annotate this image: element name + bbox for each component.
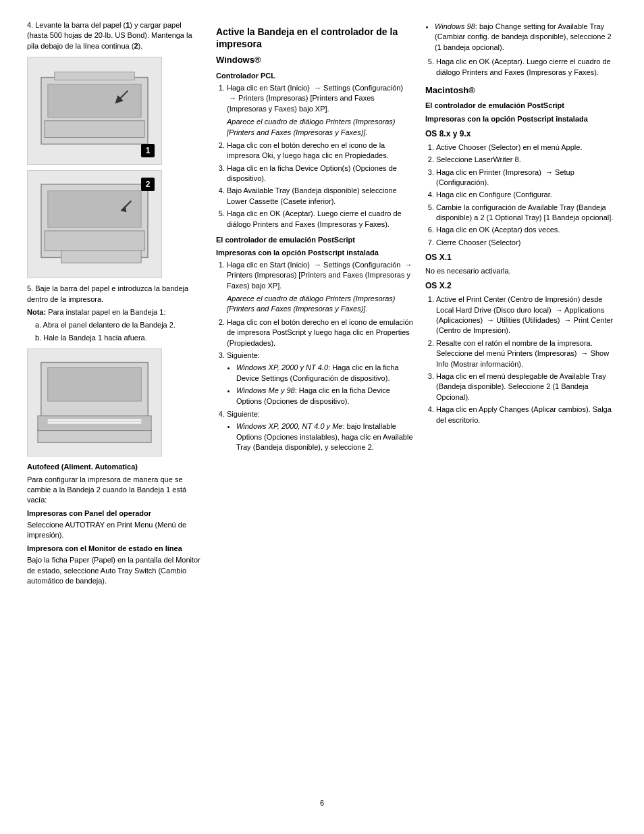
svg-rect-13 [38, 429, 151, 443]
ps-step1-italic: Aparece el cuadro de diálogo Printers (I… [227, 294, 413, 315]
os8-step-1: Active Chooser (Selector) en el menú App… [436, 142, 617, 153]
osx2-step-4: Haga clic en Apply Changes (Aplicar camb… [436, 405, 617, 425]
impresora-monitor-text: Bajo la ficha Paper (Papel) en la pantal… [27, 555, 204, 586]
os8-step-2: Seleccione LaserWriter 8. [436, 155, 617, 165]
pcl-step-2: Haga clic con el botón derecho en el ico… [227, 140, 413, 161]
osx1-text: No es necesario activarla. [425, 266, 617, 276]
osx2-steps-list: Active el Print Center (Centro de Impres… [436, 294, 617, 425]
ps-step-4: Siguiente: Windows XP, 2000, NT 4.0 y Me… [227, 409, 413, 453]
impresoras-panel-heading: Impresoras con Panel del operador [27, 509, 204, 519]
svg-rect-8 [61, 251, 142, 263]
osx2-step-3: Haga clic en el menú desplegable de Avai… [436, 371, 617, 402]
printer-image-1: 1 [27, 57, 162, 165]
right-step-5: Haga clic en OK (Aceptar). Luego cierre … [436, 57, 617, 78]
nota-a: a. Abra el panel delantero de la Bandeja… [35, 320, 204, 330]
svg-rect-16 [48, 422, 142, 424]
os8-step-7: Cierre Chooser (Selector) [436, 238, 617, 248]
col-right: Windows 98: bajo Change setting for Avai… [425, 20, 617, 785]
ps-step4-bullet-1: Windows XP, 2000, NT 4.0 y Me: bajo Inst… [236, 421, 413, 452]
os8-step-3: Haga clic en Printer (Impresora) → Setup… [436, 167, 617, 188]
printer-image-2: 2 [27, 170, 162, 278]
pcl-step1-italic: Aparece el cuadro de diálogo Printers (I… [227, 117, 413, 138]
svg-rect-6 [48, 191, 141, 228]
svg-rect-12 [48, 368, 142, 402]
ps-step3-bullet-1: Windows XP, 2000 y NT 4.0: Haga clic en … [236, 363, 413, 384]
nota-text: Nota: Para instalar papel en la Bandeja … [27, 307, 204, 317]
pcl-step-5: Haga clic en OK (Aceptar). Luego cierre … [227, 209, 413, 230]
ps-step-1: Haga clic en Start (Inicio) → Settings (… [227, 260, 413, 291]
col-left: 4. Levante la barra del papel (1) y carg… [27, 20, 216, 785]
os8-step-5: Cambie la configuración de Available Tra… [436, 203, 617, 224]
osx2-step-2: Resalte con el ratón el nombre de la imp… [436, 338, 617, 369]
right-steps-list: Haga clic en OK (Aceptar). Luego cierre … [436, 57, 617, 78]
macintosh-heading: Macintosh® [425, 84, 617, 97]
postscript-sub: Impresoras con la opción Postscript inst… [216, 248, 413, 258]
ps-step-2: Haga clic con el botón derecho en el ico… [227, 317, 413, 348]
ps-step-3: Siguiente: Windows XP, 2000 y NT 4.0: Ha… [227, 350, 413, 407]
main-heading: Active la Bandeja en el controlador de l… [216, 26, 413, 50]
nota-bold: Nota: [27, 308, 46, 316]
os8-heading: OS 8.x y 9.x [425, 128, 617, 140]
step5-text: 5. Baje la barra del papel e introduzca … [27, 284, 204, 305]
pcl-heading: Controlador PCL [216, 71, 413, 81]
svg-rect-7 [45, 231, 144, 251]
col-middle: Active la Bandeja en el controlador de l… [216, 20, 425, 785]
svg-rect-2 [45, 121, 144, 138]
pcl-step-1: Haga clic en Start (Inicio) → Settings (… [227, 83, 413, 114]
image-label-1: 1 [141, 144, 155, 157]
ps-steps-list: Haga clic en Start (Inicio) → Settings (… [227, 260, 413, 291]
columns: 4. Levante la barra del papel (1) y carg… [27, 20, 617, 785]
os8-step-6: Haga clic en OK (Aceptar) dos veces. [436, 225, 617, 235]
mac-ps-sub: Impresoras con la opción Postscript inst… [425, 114, 617, 124]
pcl-step-3: Haga clic en la ficha Device Option(s) (… [227, 163, 413, 184]
page: 4. Levante la barra del papel (1) y carg… [0, 0, 644, 834]
osx2-heading: OS X.2 [425, 280, 617, 292]
osx2-step-1: Active el Print Center (Centro de Impres… [436, 294, 617, 336]
image-label-2: 2 [141, 178, 155, 191]
right-bullets: Windows 98: bajo Change setting for Avai… [435, 22, 617, 53]
nota-b: b. Hale la Bandeja 1 hacia afuera. [35, 333, 204, 343]
autofeed-heading: Autofeed (Aliment. Automatica) [27, 462, 204, 472]
pcl-steps-list-2: Haga clic con el botón derecho en el ico… [227, 140, 413, 230]
svg-rect-1 [48, 84, 141, 118]
pcl-steps-list: Haga clic en Start (Inicio) → Settings (… [227, 83, 413, 114]
postscript-heading: El controlador de emulación PostScript [216, 235, 413, 245]
ps-steps-list-2: Haga clic con el botón derecho en el ico… [227, 317, 413, 453]
ps-step3-bullet-2: Windows Me y 98: Haga clic en la ficha D… [236, 386, 413, 407]
pcl-step-4: Bajo Available Tray (Bandeja disponible)… [227, 186, 413, 207]
os8-steps-list: Active Chooser (Selector) en el menú App… [436, 142, 617, 249]
svg-rect-15 [48, 419, 142, 421]
windows-heading: Windows® [216, 54, 413, 66]
autofeed-text: Para configurar la impresora de manera q… [27, 475, 204, 506]
osx1-heading: OS X.1 [425, 252, 617, 263]
impresoras-panel-text: Seleccione AUTOTRAY en Print Menu (Menú … [27, 520, 204, 541]
impresora-monitor-heading: Impresora con el Monitor de estado en lí… [27, 544, 204, 554]
svg-rect-3 [55, 72, 135, 80]
autofeed-section: Autofeed (Aliment. Automatica) Para conf… [27, 462, 204, 586]
step4-text: 4. Levante la barra del papel (1) y carg… [27, 20, 204, 51]
right-bullet-win98: Windows 98: bajo Change setting for Avai… [435, 22, 617, 53]
mac-ps-heading: El controlador de emulación PostScript [425, 101, 617, 111]
os8-step-4: Haga clic en Configure (Configurar. [436, 190, 617, 200]
printer-image-3 [27, 348, 162, 457]
page-number: 6 [27, 799, 617, 807]
